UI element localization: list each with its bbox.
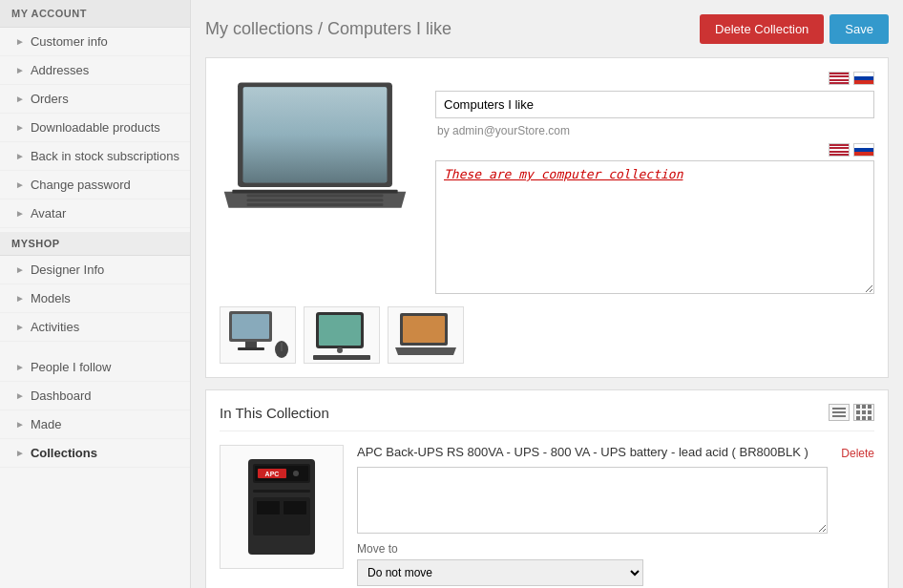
sidebar-item-back-in-stock[interactable]: ► Back in stock subscriptions [0, 142, 190, 171]
sidebar-label: Activities [31, 320, 79, 334]
flag-us-desc-icon[interactable] [829, 143, 850, 157]
product-item: APC APC Back-UPS RS 800VA - UPS - 800 VA… [220, 445, 874, 588]
sidebar: MY ACCOUNT ► Customer info ► Addresses ►… [0, 0, 191, 588]
sidebar-item-downloadable-products[interactable]: ► Downloadable products [0, 114, 190, 142]
sidebar-item-orders[interactable]: ► Orders [0, 85, 190, 114]
svg-rect-4 [247, 195, 384, 198]
header-buttons: Delete Collection Save [700, 14, 889, 44]
sidebar-label: Collections [31, 446, 97, 460]
flag-ru-icon[interactable] [853, 72, 874, 85]
breadcrumb-sep: / [313, 19, 327, 38]
move-to-label: Move to [357, 542, 828, 556]
sidebar-item-dashboard[interactable]: ► Dashboard [0, 382, 190, 410]
grid-view-button[interactable] [853, 404, 874, 421]
arrow-icon: ► [15, 94, 25, 104]
collection-main-image [220, 72, 420, 297]
svg-rect-14 [319, 315, 361, 346]
arrow-icon: ► [15, 36, 25, 47]
collection-form: by admin@yourStore.com These are my comp… [435, 72, 874, 297]
sidebar-label: Back in stock subscriptions [31, 149, 179, 163]
page-header: My collections / Computers I like Delete… [205, 14, 889, 44]
sidebar-label: Change password [31, 178, 131, 192]
svg-rect-10 [238, 347, 264, 350]
product-name: APC Back-UPS RS 800VA - UPS - 800 VA - U… [357, 445, 828, 459]
arrow-icon: ► [15, 208, 25, 219]
flag-row-desc [435, 143, 874, 157]
svg-rect-2 [243, 87, 387, 182]
laptop-image [220, 72, 410, 243]
sidebar-item-designer-info[interactable]: ► Designer Info [0, 256, 190, 284]
delete-collection-button[interactable]: Delete Collection [700, 14, 824, 44]
collection-name-input[interactable] [435, 91, 874, 118]
arrow-icon: ► [15, 293, 25, 304]
sidebar-item-collections[interactable]: ► Collections [0, 439, 190, 468]
svg-rect-16 [313, 355, 370, 360]
tablet-thumb-image [308, 309, 375, 362]
sidebar-item-addresses[interactable]: ► Addresses [0, 56, 190, 85]
sidebar-item-avatar[interactable]: ► Avatar [0, 200, 190, 228]
grid-dots-icon [853, 402, 874, 423]
svg-rect-28 [284, 501, 306, 514]
list-view-button[interactable] [829, 404, 850, 421]
product-thumbnail: APC [220, 445, 344, 569]
svg-rect-5 [247, 199, 384, 201]
arrow-icon: ► [15, 151, 25, 161]
sidebar-section-my-account: MY ACCOUNT [0, 0, 190, 28]
sidebar-section-myshop: MYSHOP [0, 232, 190, 256]
ups-product-image: APC [224, 450, 339, 564]
sidebar-label: Avatar [31, 206, 66, 220]
sidebar-label: Addresses [31, 63, 89, 77]
sidebar-item-customer-info[interactable]: ► Customer info [0, 28, 190, 56]
thumbnails-row [220, 306, 874, 364]
in-collection-title: In This Collection [220, 405, 329, 421]
arrow-icon: ► [15, 419, 25, 430]
collection-description-input[interactable]: These are my computer collection [435, 160, 874, 294]
sidebar-item-models[interactable]: ► Models [0, 284, 190, 313]
sidebar-label: Customer info [31, 34, 108, 49]
arrow-icon: ► [15, 179, 25, 190]
product-note-input[interactable] [357, 467, 828, 534]
save-button[interactable]: Save [830, 14, 889, 44]
flag-us-icon[interactable] [829, 72, 850, 85]
move-to-select[interactable]: Do not move [357, 559, 643, 586]
main-content: My collections / Computers I like Delete… [191, 0, 903, 588]
collection-panel: by admin@yourStore.com These are my comp… [205, 57, 889, 378]
list-lines-icon [830, 405, 849, 420]
sidebar-item-activities[interactable]: ► Activities [0, 313, 190, 342]
sidebar-label: Orders [31, 92, 69, 106]
thumbnail-laptop-orange[interactable] [388, 306, 464, 364]
arrow-icon: ► [15, 362, 25, 372]
flag-ru-desc-icon[interactable] [853, 143, 874, 157]
product-info: APC Back-UPS RS 800VA - UPS - 800 VA - U… [357, 445, 828, 586]
sidebar-item-change-password[interactable]: ► Change password [0, 171, 190, 200]
breadcrumb-current: Computers I like [327, 19, 452, 38]
svg-rect-25 [253, 490, 310, 493]
svg-rect-8 [232, 314, 269, 339]
sidebar-label: Downloadable products [31, 120, 160, 135]
flag-row-name [435, 72, 874, 85]
view-icons [829, 404, 874, 421]
svg-rect-27 [257, 501, 280, 514]
in-collection-panel: In This Collection [205, 389, 889, 588]
breadcrumb-base: My collections [205, 19, 313, 38]
sidebar-label: People I follow [31, 360, 112, 374]
laptop-orange-thumb-image [392, 309, 459, 362]
svg-rect-6 [247, 203, 384, 206]
sidebar-item-people-follow[interactable]: ► People I follow [0, 353, 190, 382]
sidebar-label: Models [31, 291, 71, 305]
sidebar-label: Dashboard [31, 388, 92, 403]
svg-point-15 [337, 347, 343, 353]
product-delete-button[interactable]: Delete [841, 445, 874, 460]
thumbnail-desktop[interactable] [220, 306, 296, 364]
collection-edit-area: by admin@yourStore.com These are my comp… [220, 72, 874, 297]
arrow-icon: ► [15, 390, 25, 401]
arrow-icon: ► [15, 264, 25, 275]
arrow-icon: ► [15, 448, 25, 458]
sidebar-label: Made [31, 417, 62, 431]
arrow-icon: ► [15, 65, 25, 75]
svg-rect-18 [403, 316, 445, 343]
sidebar-item-made[interactable]: ► Made [0, 410, 190, 439]
sidebar-label: Designer Info [31, 262, 104, 277]
thumbnail-tablet[interactable] [304, 306, 380, 364]
svg-rect-3 [232, 190, 397, 194]
